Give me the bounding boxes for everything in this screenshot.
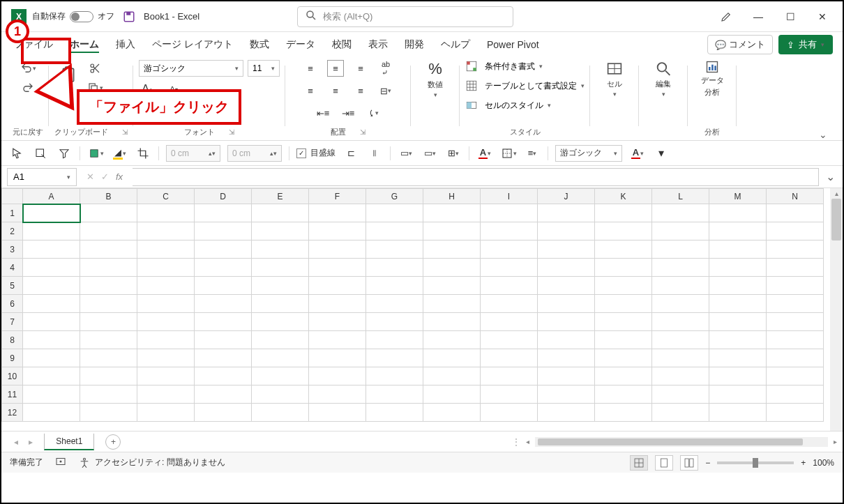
select-objects-button[interactable] bbox=[32, 145, 49, 162]
cell[interactable] bbox=[538, 404, 595, 422]
cell[interactable] bbox=[423, 313, 481, 331]
scroll-right-icon[interactable]: ▸ bbox=[834, 438, 837, 445]
row-header[interactable]: 1 bbox=[2, 204, 23, 222]
scroll-up-icon[interactable]: ▴ bbox=[835, 190, 838, 197]
cell[interactable] bbox=[767, 222, 824, 240]
cell[interactable] bbox=[252, 240, 309, 259]
cell[interactable] bbox=[709, 313, 767, 331]
cell[interactable] bbox=[80, 222, 137, 240]
cell[interactable] bbox=[366, 222, 423, 240]
cell[interactable] bbox=[80, 259, 137, 277]
cell[interactable] bbox=[80, 277, 137, 295]
cell[interactable] bbox=[767, 259, 824, 277]
cell[interactable] bbox=[652, 259, 709, 277]
cell[interactable] bbox=[80, 385, 137, 404]
cell[interactable] bbox=[767, 385, 824, 404]
cell[interactable] bbox=[366, 404, 423, 422]
cell[interactable] bbox=[137, 222, 195, 240]
cell[interactable] bbox=[481, 204, 538, 222]
cell[interactable] bbox=[137, 259, 195, 277]
cell[interactable] bbox=[23, 331, 80, 349]
zoom-slider[interactable] bbox=[717, 461, 794, 464]
scroll-left-icon[interactable]: ◂ bbox=[526, 438, 529, 445]
format-as-table-button[interactable]: テーブルとして書式設定▾ bbox=[465, 79, 585, 92]
tab-home[interactable]: ホーム bbox=[61, 34, 107, 55]
view-page-layout-button[interactable] bbox=[655, 455, 673, 471]
tab-formulas[interactable]: 数式 bbox=[241, 34, 278, 55]
col-header[interactable]: K bbox=[595, 189, 652, 204]
cell[interactable] bbox=[595, 204, 652, 222]
enter-formula-button[interactable]: ✓ bbox=[101, 171, 109, 182]
col-header[interactable]: E bbox=[252, 189, 309, 204]
cell[interactable] bbox=[366, 367, 423, 385]
cell[interactable] bbox=[23, 295, 80, 313]
cell[interactable] bbox=[481, 222, 538, 240]
cell[interactable] bbox=[652, 295, 709, 313]
cell[interactable] bbox=[309, 204, 366, 222]
cell[interactable] bbox=[709, 331, 767, 349]
spreadsheet-grid[interactable]: ABCDEFGHIJKLMN123456789101112 bbox=[1, 188, 824, 422]
cancel-formula-button[interactable]: ✕ bbox=[86, 171, 94, 182]
cell[interactable] bbox=[137, 404, 195, 422]
col-header[interactable]: M bbox=[709, 189, 767, 204]
cell[interactable] bbox=[137, 331, 195, 349]
cell[interactable] bbox=[652, 367, 709, 385]
cell[interactable] bbox=[652, 331, 709, 349]
filter-button[interactable] bbox=[56, 145, 73, 162]
cell[interactable] bbox=[709, 240, 767, 259]
add-sheet-button[interactable]: + bbox=[105, 434, 121, 450]
cell[interactable] bbox=[309, 259, 366, 277]
row-header[interactable]: 10 bbox=[2, 367, 23, 385]
cell[interactable] bbox=[595, 259, 652, 277]
cell[interactable] bbox=[366, 313, 423, 331]
formula-input[interactable] bbox=[133, 168, 819, 186]
editing-button[interactable]: 編集 ▾ bbox=[645, 60, 682, 98]
cell[interactable] bbox=[137, 240, 195, 259]
row-header[interactable]: 3 bbox=[2, 240, 23, 259]
cell[interactable] bbox=[595, 277, 652, 295]
cell[interactable] bbox=[23, 240, 80, 259]
cell[interactable] bbox=[252, 222, 309, 240]
cell[interactable] bbox=[767, 367, 824, 385]
cell[interactable] bbox=[80, 204, 137, 222]
cell[interactable] bbox=[481, 277, 538, 295]
split-handle-icon[interactable]: ⋮ bbox=[512, 437, 520, 447]
tab-review[interactable]: 校閲 bbox=[324, 34, 360, 55]
cell[interactable] bbox=[309, 240, 366, 259]
col-header[interactable]: D bbox=[195, 189, 252, 204]
cell[interactable] bbox=[309, 222, 366, 240]
cell[interactable] bbox=[538, 277, 595, 295]
cell[interactable] bbox=[309, 277, 366, 295]
cell[interactable] bbox=[252, 331, 309, 349]
cell[interactable] bbox=[767, 313, 824, 331]
cell[interactable] bbox=[423, 295, 481, 313]
col-header[interactable]: J bbox=[538, 189, 595, 204]
cell[interactable] bbox=[709, 349, 767, 367]
tab-view[interactable]: 表示 bbox=[360, 34, 396, 55]
cell[interactable] bbox=[481, 404, 538, 422]
cell[interactable] bbox=[767, 331, 824, 349]
dialog-launcher-icon[interactable]: ⇲ bbox=[122, 128, 128, 136]
col-header[interactable]: L bbox=[652, 189, 709, 204]
col-header[interactable]: G bbox=[366, 189, 423, 204]
font-color-button[interactable]: A▾ bbox=[476, 145, 493, 162]
comments-button[interactable]: 💬 コメント bbox=[707, 35, 773, 54]
cell[interactable] bbox=[252, 404, 309, 422]
cell[interactable] bbox=[423, 331, 481, 349]
cell[interactable] bbox=[80, 313, 137, 331]
row-header[interactable]: 2 bbox=[2, 222, 23, 240]
analyze-data-button[interactable]: データ 分析 bbox=[693, 60, 731, 98]
cell[interactable] bbox=[652, 222, 709, 240]
cell[interactable] bbox=[595, 240, 652, 259]
cell[interactable] bbox=[709, 295, 767, 313]
font-name-combo[interactable]: 游ゴシック▾ bbox=[139, 60, 243, 77]
ribbon-collapse-button[interactable]: ⌄ bbox=[809, 60, 837, 140]
cell[interactable] bbox=[423, 240, 481, 259]
cell[interactable] bbox=[252, 313, 309, 331]
align-right-button[interactable]: ≡ bbox=[352, 82, 369, 99]
zoom-level[interactable]: 100% bbox=[813, 458, 834, 468]
fx-button[interactable]: fx bbox=[116, 171, 123, 182]
cell[interactable] bbox=[538, 385, 595, 404]
cell[interactable] bbox=[137, 385, 195, 404]
toggle-icon[interactable] bbox=[70, 11, 93, 22]
